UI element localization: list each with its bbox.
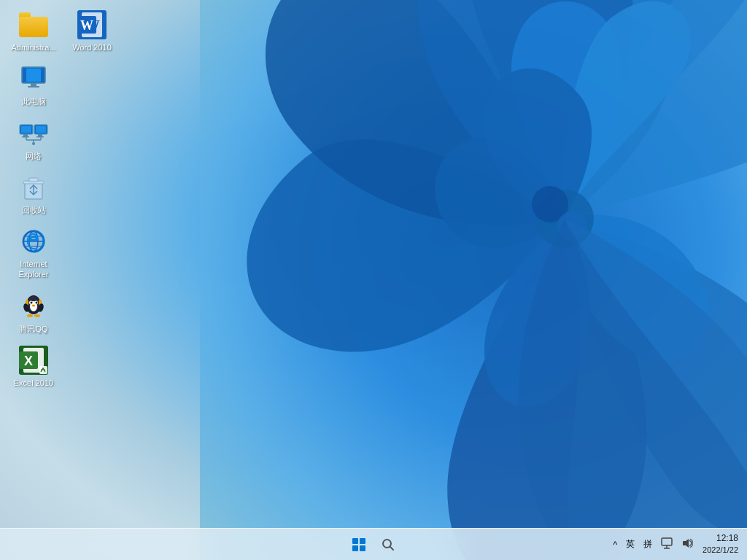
excel-2010-icon[interactable]: X Excel 2010 [7, 343, 60, 391]
ie-image [19, 227, 48, 256]
svg-point-46 [32, 304, 36, 306]
network-tray-icon[interactable] [659, 536, 675, 553]
svg-rect-23 [38, 134, 42, 136]
network-image [19, 119, 48, 148]
svg-rect-24 [36, 136, 44, 138]
word-2010-label: Word 2010 [72, 42, 112, 52]
logo-cell-2 [360, 538, 365, 544]
this-pc-image [19, 64, 48, 93]
administrator-folder-icon[interactable]: Administra... [7, 7, 60, 55]
language-en-label: 英 [626, 539, 635, 549]
svg-marker-64 [683, 539, 689, 548]
svg-line-60 [390, 546, 394, 550]
desktop-icons-area: Administra... W W Word 2010 [7, 7, 118, 391]
svg-rect-19 [22, 136, 29, 138]
qq-svg [19, 292, 48, 321]
taskbar-center [346, 532, 401, 558]
logo-cell-4 [360, 545, 365, 551]
logo-cell-3 [352, 545, 358, 551]
svg-text:X: X [24, 354, 33, 368]
qq-label: 腾讯QQ [19, 324, 47, 334]
administrator-folder-label: Administra... [11, 42, 55, 52]
svg-point-49 [27, 314, 33, 317]
ie-label: Internet Explorer [10, 259, 57, 280]
recycle-svg [19, 173, 48, 202]
taskbar: ^ 英 拼 [0, 528, 747, 560]
windows-logo-icon [352, 538, 365, 551]
svg-rect-14 [28, 86, 39, 88]
folder-shape [19, 12, 48, 37]
svg-rect-13 [31, 83, 36, 86]
network-svg [19, 119, 48, 148]
excel-2010-label: Excel 2010 [14, 378, 53, 388]
network-label: 网络 [26, 151, 42, 161]
icon-top-row: Administra... W W Word 2010 [7, 7, 118, 55]
language-zh-label: 拼 [643, 539, 652, 549]
monitor-svg [19, 64, 48, 93]
clock-time: 12:18 [716, 532, 738, 545]
network-icon[interactable]: 网络 [7, 116, 60, 164]
clock-area[interactable]: 12:18 2022/1/22 [700, 531, 741, 557]
svg-rect-12 [26, 69, 41, 82]
svg-point-29 [32, 142, 35, 145]
tray-chevron-button[interactable]: ^ [611, 538, 619, 551]
taskbar-right: ^ 英 拼 [611, 529, 747, 560]
wallpaper-bloom [200, 0, 747, 560]
volume-svg [681, 537, 693, 549]
excel-image: X [19, 346, 48, 375]
this-pc-label: 此电脑 [22, 96, 46, 106]
search-button[interactable] [375, 532, 401, 558]
folder-image [19, 10, 48, 39]
svg-rect-17 [21, 126, 31, 133]
recycle-bin-icon[interactable]: 回收站 [7, 170, 60, 218]
qq-image [19, 292, 48, 321]
desktop: Administra... W W Word 2010 [0, 0, 747, 560]
folder-body [19, 17, 48, 37]
excel-svg-icon: X [19, 346, 48, 375]
ie-svg [19, 227, 48, 256]
language-en-button[interactable]: 英 [624, 537, 637, 552]
svg-text:W: W [80, 18, 93, 33]
word-image: W W [77, 10, 107, 39]
this-pc-icon[interactable]: 此电脑 [7, 61, 60, 109]
volume-tray-icon[interactable] [679, 536, 695, 553]
recycle-image [19, 173, 48, 202]
svg-rect-22 [36, 126, 46, 133]
tencent-qq-icon[interactable]: 腾讯QQ [7, 289, 60, 337]
chevron-up-icon: ^ [613, 540, 617, 550]
search-icon [382, 538, 395, 551]
svg-point-50 [34, 314, 40, 317]
clock-date: 2022/1/22 [703, 545, 738, 556]
start-button[interactable] [346, 532, 372, 558]
logo-cell-1 [352, 538, 358, 544]
network-tray-svg [661, 537, 673, 549]
svg-rect-61 [662, 538, 672, 545]
recycle-bin-label: 回收站 [22, 205, 46, 215]
language-zh-button[interactable]: 拼 [641, 537, 654, 552]
svg-point-45 [36, 301, 38, 303]
svg-rect-32 [29, 178, 38, 182]
word-svg-icon: W W [77, 10, 107, 39]
word-2010-icon[interactable]: W W Word 2010 [66, 7, 118, 55]
internet-explorer-icon[interactable]: Internet Explorer [7, 224, 60, 283]
svg-point-44 [31, 301, 33, 303]
svg-rect-18 [23, 134, 28, 136]
